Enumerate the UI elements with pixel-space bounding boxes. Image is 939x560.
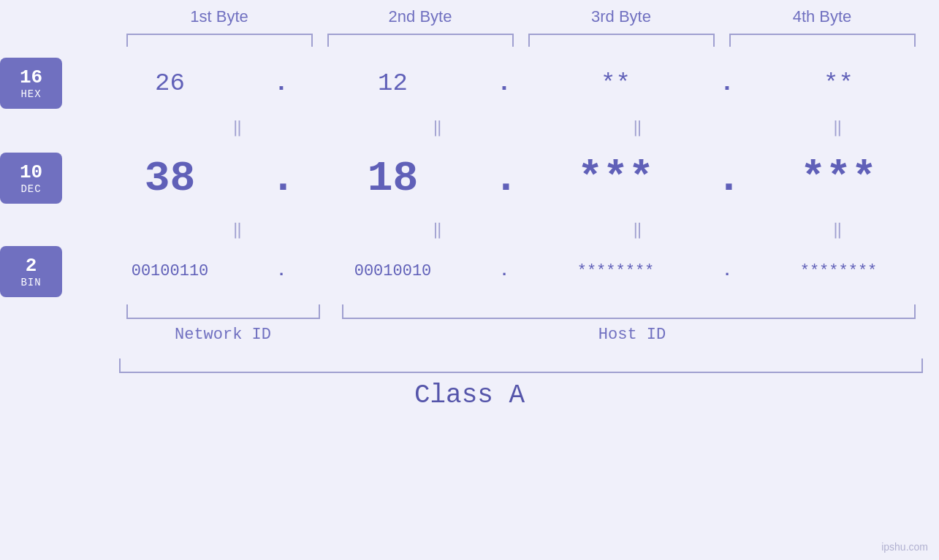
host-bracket [342,304,916,319]
host-id-label: Host ID [342,326,923,344]
byte-header-1: 1st Byte [119,7,320,31]
dec-badge: 10 DEC [0,153,62,204]
sep-2-1: ‖ [139,220,339,239]
hex-row: 16 HEX 26 . 12 . ** . ** [0,54,939,112]
byte-header-2: 2nd Byte [320,7,521,31]
bin-dot-1: . [270,262,292,280]
byte-header-4: 4th Byte [722,7,923,31]
sep-2-3: ‖ [539,220,740,239]
dec-byte-4: *** [738,155,939,202]
bin-badge-label: BIN [20,277,41,288]
hex-byte-3: ** [515,69,716,97]
bracket-1 [126,34,313,47]
hex-badge-number: 16 [20,66,42,88]
sep-2-4: ‖ [739,220,939,239]
network-bracket [126,304,320,319]
bin-byte-1: 00100110 [69,262,270,280]
sep-1-3: ‖ [539,118,740,137]
dec-badge-label: DEC [20,183,41,195]
bin-badge: 2 BIN [0,246,62,297]
bin-values: 00100110 . 00010010 . ******** . *******… [69,262,939,280]
id-labels: Network ID Host ID [119,326,923,344]
dec-byte-1: 38 [69,155,270,202]
sub-brackets [119,304,923,323]
main-container: 1st Byte 2nd Byte 3rd Byte 4th Byte 16 H… [0,0,939,560]
hex-badge: 16 HEX [0,58,62,109]
sep-1-1: ‖ [139,118,339,137]
bin-dot-2: . [493,262,515,280]
hex-byte-2: 12 [292,69,493,97]
dec-dot-2: . [493,155,515,202]
hex-dot-2: . [493,69,515,97]
dec-byte-3: *** [515,155,716,202]
top-brackets [119,34,923,47]
sep-1-2: ‖ [339,118,539,137]
hex-badge-label: HEX [20,88,41,100]
hex-byte-4: ** [738,69,939,97]
dec-values: 38 . 18 . *** . *** [69,155,939,202]
hex-values: 26 . 12 . ** . ** [69,69,939,97]
dec-byte-2: 18 [292,155,493,202]
dec-row: 10 DEC 38 . 18 . *** . *** [0,142,939,215]
full-bracket [119,358,923,373]
bin-byte-2: 00010010 [292,262,493,280]
dec-dot-1: . [270,155,292,202]
bracket-2 [327,34,514,47]
network-id-label: Network ID [119,326,327,344]
sep-2-2: ‖ [339,220,539,239]
sep-row-1: ‖ ‖ ‖ ‖ [0,112,939,142]
byte-header-3: 3rd Byte [521,7,722,31]
hex-byte-1: 26 [69,69,270,97]
bracket-3 [528,34,715,47]
sep-row-2: ‖ ‖ ‖ ‖ [0,215,939,244]
sep-1-4: ‖ [739,118,939,137]
bin-dot-3: . [716,262,738,280]
watermark: ipshu.com [881,541,928,553]
bin-badge-number: 2 [26,255,37,277]
bracket-4 [729,34,916,47]
bin-byte-4: ******** [738,262,939,280]
hex-dot-1: . [270,69,292,97]
hex-dot-3: . [716,69,738,97]
class-label: Class A [414,380,525,410]
dec-badge-number: 10 [20,161,42,183]
bin-row: 2 BIN 00100110 . 00010010 . ******** . *… [0,244,939,299]
bin-byte-3: ******** [515,262,716,280]
dec-dot-3: . [716,155,738,202]
